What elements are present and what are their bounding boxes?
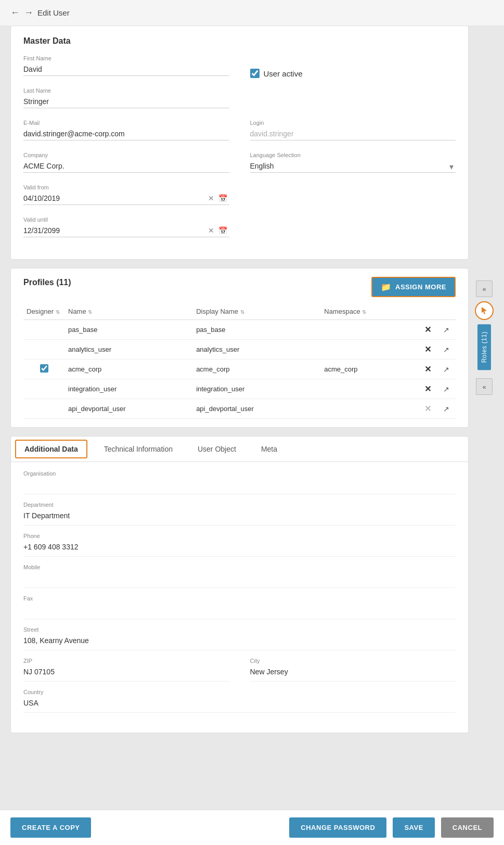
col-name: Name ⇅: [65, 303, 193, 320]
last-name-input[interactable]: [23, 95, 229, 108]
right-rail: « Roles (11) «: [475, 280, 494, 395]
tab-technical-info[interactable]: Technical Information: [92, 437, 185, 462]
table-row: pas_base pas_base ✕ ↗: [23, 320, 456, 340]
remove-cell-3: ✕: [418, 379, 437, 399]
tab-user-object[interactable]: User Object: [185, 437, 249, 462]
designer-cell-1: [23, 340, 65, 360]
profiles-table-scroll[interactable]: Designer ⇅ Name ⇅ Display Name ⇅ Namespa…: [23, 303, 456, 419]
first-name-input[interactable]: [23, 63, 229, 76]
designer-cell-0: [23, 320, 65, 340]
page-title: Edit User: [37, 8, 70, 17]
tab-additional-data[interactable]: Additional Data: [15, 440, 87, 458]
col-open: [437, 303, 456, 320]
last-name-label: Last Name: [23, 87, 229, 94]
city-label: City: [250, 658, 456, 664]
language-label: Language Selection: [250, 152, 456, 158]
company-field: Company: [23, 152, 229, 173]
cursor-icon: [480, 306, 489, 315]
cancel-button[interactable]: CANCEL: [441, 817, 494, 838]
folder-icon: 📁: [381, 282, 392, 292]
city-input[interactable]: [250, 665, 456, 678]
tab-meta[interactable]: Meta: [249, 437, 290, 462]
fax-input[interactable]: [23, 603, 456, 616]
valid-until-input[interactable]: [23, 224, 206, 237]
profiles-header: Profiles (11) 📁 ASSIGN MORE: [23, 277, 456, 297]
open-btn-3[interactable]: ↗: [443, 385, 449, 393]
collapse-bottom-btn[interactable]: «: [476, 378, 493, 395]
department-input[interactable]: [23, 509, 456, 522]
designer-checkbox-2[interactable]: [40, 364, 48, 373]
login-input: [250, 127, 456, 140]
open-btn-2[interactable]: ↗: [443, 365, 449, 374]
email-field: E-Mail: [23, 120, 229, 140]
zip-label: ZIP: [23, 658, 229, 664]
namespace-cell-2: acme_corp: [321, 360, 418, 379]
profiles-title: Profiles (11): [23, 278, 71, 287]
name-cell-2: acme_corp: [65, 360, 193, 379]
organisation-label: Organisation: [23, 470, 456, 477]
organisation-input[interactable]: [23, 478, 456, 491]
display-name-cell-0: pas_base: [193, 320, 321, 340]
collapse-top-btn[interactable]: «: [476, 280, 493, 297]
back-arrow[interactable]: ←: [10, 7, 20, 18]
street-input[interactable]: [23, 634, 456, 647]
name-cell-1: analytics_user: [65, 340, 193, 360]
roles-tab[interactable]: Roles (11): [477, 324, 491, 370]
valid-until-calendar-btn[interactable]: 📅: [216, 225, 229, 236]
valid-from-input[interactable]: [23, 192, 206, 204]
table-row: integration_user integration_user ✕ ↗: [23, 379, 456, 399]
designer-cell-2: [23, 360, 65, 379]
country-field: Country: [23, 689, 456, 713]
phone-input[interactable]: [23, 541, 456, 553]
display-name-cell-4: api_devportal_user: [193, 399, 321, 419]
change-password-button[interactable]: CHANGE PASSWORD: [289, 817, 386, 838]
namespace-cell-3: [321, 379, 418, 399]
valid-until-label: Valid until: [23, 216, 229, 223]
assign-more-label: ASSIGN MORE: [395, 283, 446, 291]
valid-from-clear-btn[interactable]: ✕: [206, 193, 216, 203]
open-cell-1: ↗: [437, 340, 456, 360]
master-data-section: Master Data First Name User active: [10, 25, 469, 260]
save-button[interactable]: SAVE: [393, 817, 434, 838]
create-copy-button[interactable]: CREATE A COPY: [10, 817, 91, 838]
remove-btn-4[interactable]: ✕: [424, 404, 431, 414]
open-btn-1[interactable]: ↗: [443, 345, 449, 354]
remove-btn-1[interactable]: ✕: [424, 344, 431, 354]
col-display-name: Display Name ⇅: [193, 303, 321, 320]
remove-btn-3[interactable]: ✕: [424, 384, 431, 394]
zip-input[interactable]: [23, 665, 229, 678]
forward-arrow[interactable]: →: [24, 7, 33, 18]
valid-until-clear-btn[interactable]: ✕: [206, 225, 216, 236]
open-btn-0[interactable]: ↗: [443, 326, 449, 334]
phone-field: Phone: [23, 533, 456, 557]
department-label: Department: [23, 502, 456, 508]
country-label: Country: [23, 689, 456, 695]
remove-cell-4: ✕: [418, 399, 437, 419]
open-btn-4[interactable]: ↗: [443, 405, 449, 413]
email-input[interactable]: [23, 127, 229, 140]
remove-cell-0: ✕: [418, 320, 437, 340]
user-active-checkbox[interactable]: [250, 69, 260, 78]
profiles-section: Profiles (11) 📁 ASSIGN MORE Designer ⇅ N…: [10, 268, 469, 428]
street-field: Street: [23, 626, 456, 650]
valid-from-calendar-btn[interactable]: 📅: [216, 193, 229, 203]
user-active-label: User active: [264, 69, 303, 78]
mobile-input[interactable]: [23, 572, 456, 584]
remove-btn-2[interactable]: ✕: [424, 364, 431, 374]
language-select[interactable]: English German French: [250, 160, 456, 173]
remove-btn-0[interactable]: ✕: [424, 325, 431, 335]
table-row: acme_corp acme_corp acme_corp ✕ ↗: [23, 360, 456, 379]
assign-more-button[interactable]: 📁 ASSIGN MORE: [371, 277, 456, 297]
company-label: Company: [23, 152, 229, 158]
company-input[interactable]: [23, 160, 229, 173]
organisation-field: Organisation: [23, 470, 456, 494]
col-designer: Designer ⇅: [23, 303, 65, 320]
col-remove: [418, 303, 437, 320]
remove-cell-1: ✕: [418, 340, 437, 360]
table-row: api_devportal_user api_devportal_user ✕ …: [23, 399, 456, 419]
zip-field: ZIP: [23, 658, 229, 682]
col-namespace: Namespace ⇅: [321, 303, 418, 320]
name-cell-3: integration_user: [65, 379, 193, 399]
country-input[interactable]: [23, 697, 456, 709]
cursor-indicator[interactable]: [475, 301, 494, 320]
